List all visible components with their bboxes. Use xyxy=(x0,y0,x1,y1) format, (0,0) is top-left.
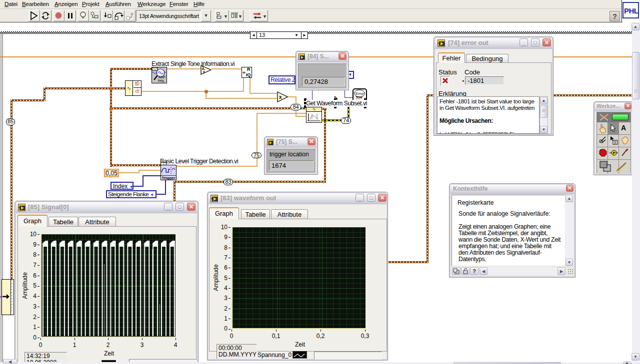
svg-text:P: P xyxy=(613,151,616,155)
svg-text:1: 1 xyxy=(202,66,204,69)
svg-text:▼: ▼ xyxy=(262,14,267,19)
svg-text:x: x xyxy=(203,70,205,73)
svg-text:▼: ▼ xyxy=(238,14,242,19)
svg-text:AMP.: AMP. xyxy=(158,75,166,79)
svg-text:freq.: freq. xyxy=(158,79,164,83)
svg-text:▼: ▼ xyxy=(224,14,228,19)
svg-text:x: x xyxy=(279,94,282,100)
